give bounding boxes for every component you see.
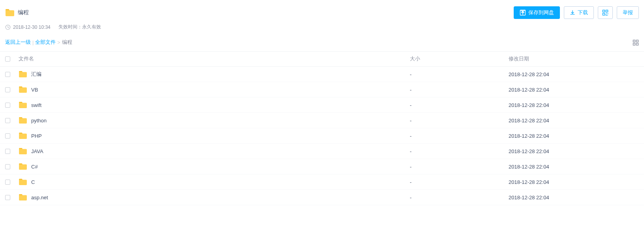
table-row: python-2018-12-28 22:04 — [0, 113, 644, 128]
file-name[interactable]: python — [31, 118, 47, 124]
folder-icon — [19, 194, 27, 201]
file-size: - — [410, 133, 509, 139]
download-icon — [570, 10, 575, 15]
table-row: JAVA-2018-12-28 22:04 — [0, 144, 644, 159]
file-size: - — [410, 179, 509, 185]
breadcrumb-sep: | — [32, 40, 34, 45]
clock-icon — [5, 24, 11, 30]
qr-button[interactable] — [598, 6, 613, 19]
file-date: 2018-12-28 22:04 — [509, 133, 639, 139]
file-date: 2018-12-28 22:04 — [509, 164, 639, 170]
save-button-label: 保存到网盘 — [528, 9, 554, 16]
report-button[interactable]: 举报 — [617, 6, 639, 19]
file-date: 2018-12-28 22:04 — [509, 195, 639, 200]
row-checkbox[interactable] — [5, 133, 10, 139]
folder-icon — [19, 86, 27, 93]
folder-icon — [19, 178, 27, 185]
table-row: C#-2018-12-28 22:04 — [0, 159, 644, 174]
svg-rect-2 — [606, 10, 608, 12]
svg-rect-3 — [603, 13, 605, 15]
file-date: 2018-12-28 22:04 — [509, 179, 639, 185]
file-name[interactable]: 汇编 — [31, 71, 41, 78]
grid-view-toggle[interactable] — [633, 39, 639, 46]
folder-icon — [19, 163, 27, 170]
file-date: 2018-12-28 22:04 — [509, 102, 639, 108]
file-name[interactable]: PHP — [31, 133, 42, 139]
svg-rect-6 — [636, 40, 638, 42]
file-size: - — [410, 164, 509, 170]
file-size: - — [410, 102, 509, 108]
file-size: - — [410, 195, 509, 200]
file-size: - — [410, 118, 509, 124]
page-title: 编程 — [18, 9, 29, 16]
select-all-checkbox[interactable] — [5, 56, 10, 62]
row-checkbox[interactable] — [5, 164, 10, 169]
folder-icon — [19, 117, 27, 124]
folder-icon — [19, 148, 27, 155]
file-name[interactable]: JAVA — [31, 148, 43, 154]
shared-time: 2018-12-30 10:34 — [13, 24, 51, 30]
breadcrumb-back[interactable]: 返回上一级 — [5, 39, 31, 46]
row-checkbox[interactable] — [5, 118, 10, 123]
file-name[interactable]: C — [31, 179, 35, 185]
folder-icon — [5, 9, 15, 17]
file-date: 2018-12-28 22:04 — [509, 148, 639, 154]
toolbar: 保存到网盘 下载 举报 — [514, 6, 639, 19]
save-icon — [520, 9, 526, 16]
svg-rect-7 — [633, 43, 635, 45]
table-row: swift-2018-12-28 22:04 — [0, 97, 644, 113]
row-checkbox[interactable] — [5, 180, 10, 185]
folder-icon — [19, 101, 27, 109]
file-date: 2018-12-28 22:04 — [509, 87, 639, 93]
expiry-label: 失效时间：永久有效 — [58, 24, 101, 30]
column-header-date[interactable]: 修改日期 — [509, 56, 639, 62]
row-checkbox[interactable] — [5, 195, 10, 200]
file-size: - — [410, 87, 509, 93]
file-name[interactable]: C# — [31, 164, 38, 170]
file-size: - — [410, 71, 509, 77]
file-date: 2018-12-28 22:04 — [509, 71, 639, 77]
download-button[interactable]: 下载 — [564, 6, 594, 19]
file-date: 2018-12-28 22:04 — [509, 118, 639, 124]
svg-rect-1 — [603, 10, 605, 12]
report-button-label: 举报 — [623, 9, 633, 16]
breadcrumb: 返回上一级 | 全部文件 > 编程 — [0, 37, 644, 52]
table-row: VB-2018-12-28 22:04 — [0, 82, 644, 97]
file-name[interactable]: swift — [31, 102, 41, 108]
file-name[interactable]: asp.net — [31, 195, 48, 200]
folder-icon — [19, 71, 27, 78]
list-header: 文件名 大小 修改日期 — [0, 52, 644, 67]
breadcrumb-all-files[interactable]: 全部文件 — [35, 39, 56, 46]
file-size: - — [410, 148, 509, 154]
qr-icon — [602, 9, 608, 16]
column-header-size[interactable]: 大小 — [410, 56, 509, 62]
download-button-label: 下载 — [578, 9, 588, 16]
table-row: 汇编-2018-12-28 22:04 — [0, 67, 644, 82]
folder-icon — [19, 132, 27, 139]
svg-rect-8 — [636, 43, 638, 45]
breadcrumb-sep: > — [57, 40, 60, 45]
table-row: C-2018-12-28 22:04 — [0, 174, 644, 190]
row-checkbox[interactable] — [5, 149, 10, 154]
table-row: PHP-2018-12-28 22:04 — [0, 128, 644, 144]
table-row: asp.net-2018-12-28 22:04 — [0, 190, 644, 205]
column-header-name[interactable]: 文件名 — [19, 56, 410, 62]
row-checkbox[interactable] — [5, 87, 10, 92]
breadcrumb-current: 编程 — [62, 39, 72, 46]
file-name[interactable]: VB — [31, 87, 38, 93]
row-checkbox[interactable] — [5, 72, 10, 77]
svg-rect-5 — [633, 40, 635, 42]
row-checkbox[interactable] — [5, 103, 10, 108]
save-to-cloud-button[interactable]: 保存到网盘 — [514, 6, 560, 19]
